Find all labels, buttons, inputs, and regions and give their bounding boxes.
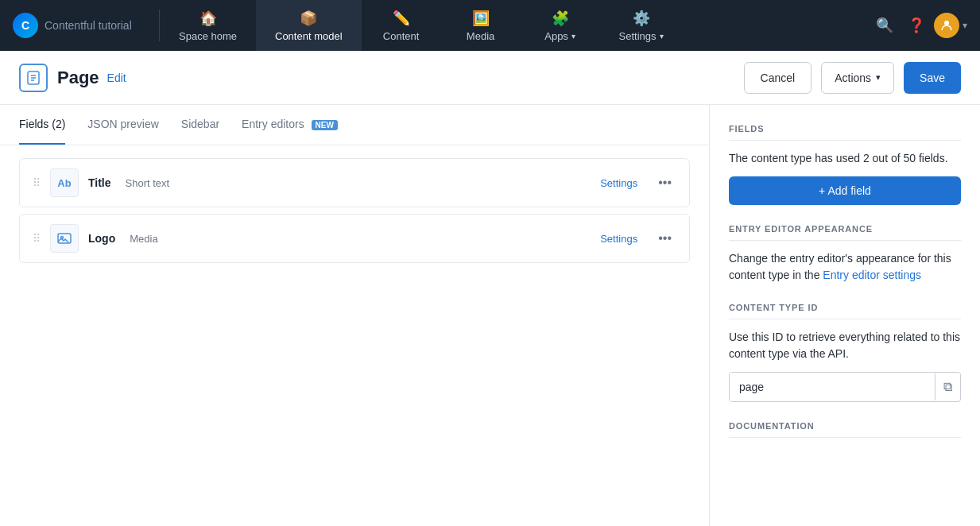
field-row-logo: ⠿ Logo Media Settings •••: [19, 214, 690, 263]
actions-chevron-icon: ▾: [876, 72, 881, 83]
nav-item-settings[interactable]: ⚙️ Settings ▾: [600, 0, 683, 51]
content-tabs: Fields (2) JSON preview Sidebar Entry ed…: [0, 105, 709, 145]
field-more-button-logo[interactable]: •••: [653, 228, 676, 249]
fields-section-title: FIELDS: [729, 124, 961, 141]
field-settings-button-title[interactable]: Settings: [594, 174, 644, 192]
svg-rect-2: [58, 234, 71, 243]
content-type-id-box: ⧉: [729, 372, 961, 402]
search-button[interactable]: 🔍: [870, 11, 899, 40]
left-panel: Fields (2) JSON preview Sidebar Entry ed…: [0, 105, 710, 526]
fields-count-text: The content type has used 2 out of 50 fi…: [729, 150, 961, 167]
nav-right-area: 🔍 ❓ ▾: [870, 11, 980, 40]
nav-item-media[interactable]: 🖼️ Media: [441, 0, 521, 51]
drag-handle-logo[interactable]: ⠿: [33, 232, 41, 245]
nav-item-content-model[interactable]: 📦 Content model: [256, 0, 362, 51]
apps-chevron-icon: ▾: [571, 32, 575, 41]
page-type-icon: [19, 64, 48, 92]
actions-button[interactable]: Actions ▾: [821, 62, 894, 94]
sidebar-content-type-id-section: CONTENT TYPE ID Use this ID to retrieve …: [729, 303, 961, 402]
tab-fields[interactable]: Fields (2): [19, 105, 65, 145]
content-type-id-input[interactable]: [730, 373, 935, 401]
add-field-button[interactable]: + Add field: [729, 176, 961, 205]
save-button[interactable]: Save: [904, 62, 961, 94]
page-title: Page: [57, 68, 99, 88]
field-type-logo: Media: [130, 233, 157, 245]
entry-editor-section-title: ENTRY EDITOR APPEARANCE: [729, 224, 961, 241]
content-type-id-description: Use this ID to retrieve everything relat…: [729, 329, 961, 362]
field-icon-title: Ab: [50, 168, 79, 197]
content-type-id-section-title: CONTENT TYPE ID: [729, 303, 961, 319]
new-badge: NEW: [312, 120, 338, 130]
fields-list: ⠿ Ab Title Short text Settings ••• ⠿: [0, 145, 709, 276]
field-row-title: ⠿ Ab Title Short text Settings •••: [19, 158, 690, 207]
right-sidebar: FIELDS The content type has used 2 out o…: [710, 105, 980, 526]
nav-brand: Contentful tutorial: [45, 19, 132, 32]
drag-handle-title[interactable]: ⠿: [33, 176, 41, 189]
apps-icon: 🧩: [552, 10, 569, 27]
nav-logo[interactable]: C Contentful tutorial: [0, 13, 159, 38]
nav-item-apps[interactable]: 🧩 Apps ▾: [521, 0, 600, 51]
header-actions: Cancel Actions ▾ Save: [744, 62, 961, 94]
field-type-title: Short text: [126, 177, 170, 189]
user-menu-chevron-icon[interactable]: ▾: [963, 20, 967, 31]
sidebar-documentation-section: DOCUMENTATION: [729, 421, 961, 438]
copy-icon: ⧉: [943, 380, 952, 393]
top-navigation: C Contentful tutorial 🏠 Space home 📦 Con…: [0, 0, 980, 51]
field-name-title: Title: [88, 176, 111, 189]
settings-icon: ⚙️: [633, 10, 650, 27]
help-button[interactable]: ❓: [902, 11, 931, 40]
tab-sidebar[interactable]: Sidebar: [181, 105, 219, 145]
edit-link[interactable]: Edit: [107, 72, 126, 84]
entry-editor-description: Change the entry editor's appearance for…: [729, 250, 961, 284]
sidebar-entry-editor-section: ENTRY EDITOR APPEARANCE Change the entry…: [729, 224, 961, 284]
main-content: Fields (2) JSON preview Sidebar Entry ed…: [0, 105, 980, 526]
field-more-button-title[interactable]: •••: [653, 172, 676, 193]
home-icon: 🏠: [199, 10, 217, 27]
nav-item-content[interactable]: ✏️ Content: [362, 0, 441, 51]
nav-item-space-home[interactable]: 🏠 Space home: [160, 0, 256, 51]
svg-point-0: [944, 21, 949, 25]
field-settings-button-logo[interactable]: Settings: [594, 230, 644, 248]
settings-chevron-icon: ▾: [660, 32, 664, 41]
page-header: Page Edit Cancel Actions ▾ Save: [0, 51, 980, 105]
media-icon: 🖼️: [472, 10, 490, 27]
content-icon: ✏️: [393, 10, 410, 27]
content-model-icon: 📦: [300, 10, 317, 27]
tab-json-preview[interactable]: JSON preview: [87, 105, 158, 145]
contentful-logo: C: [13, 13, 38, 38]
user-avatar[interactable]: [934, 13, 959, 38]
tab-entry-editors[interactable]: Entry editors NEW: [242, 105, 338, 145]
copy-id-button[interactable]: ⧉: [935, 373, 960, 400]
entry-editor-settings-link[interactable]: Entry editor settings: [823, 269, 921, 281]
cancel-button[interactable]: Cancel: [744, 62, 812, 94]
documentation-section-title: DOCUMENTATION: [729, 421, 961, 438]
field-name-logo: Logo: [88, 232, 115, 245]
field-icon-logo: [50, 224, 79, 253]
sidebar-fields-section: FIELDS The content type has used 2 out o…: [729, 124, 961, 205]
